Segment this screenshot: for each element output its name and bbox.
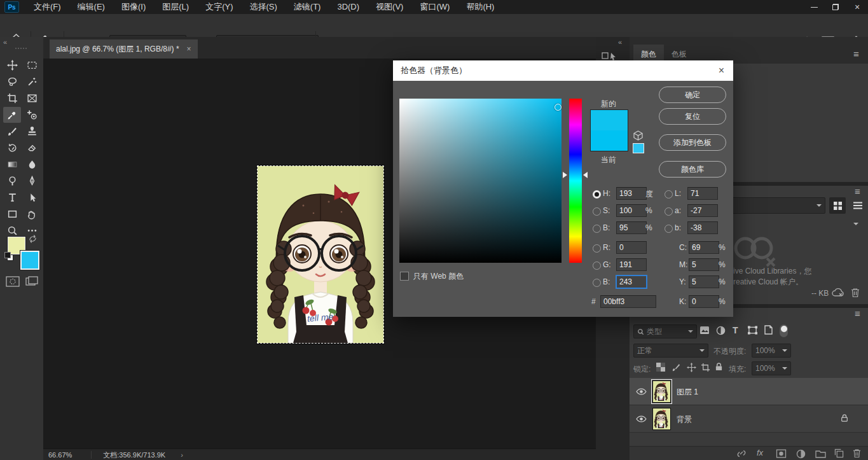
lab-a-input[interactable]: [687, 204, 718, 217]
lock-transparent-pixels-icon[interactable]: [656, 363, 665, 372]
move-tool[interactable]: [3, 57, 21, 73]
hand-tool[interactable]: [23, 206, 41, 222]
crop-tool[interactable]: [3, 90, 21, 106]
brush-tool[interactable]: [3, 123, 21, 139]
red-radio[interactable]: [593, 244, 601, 253]
background-visibility-eye-icon[interactable]: [636, 415, 647, 423]
menu-filter[interactable]: 滤镜(T): [286, 0, 329, 14]
new-layer-icon[interactable]: [834, 449, 844, 458]
lab-b-input[interactable]: [687, 221, 718, 234]
lock-image-pixels-icon[interactable]: [672, 363, 681, 372]
menu-help[interactable]: 帮助(H): [458, 0, 502, 14]
saturation-brightness-field[interactable]: [399, 99, 561, 263]
restore-button[interactable]: [825, 0, 846, 14]
document-tab[interactable]: alal.jpg @ 66.7% (图层 1, RGB/8#) * ×: [50, 39, 198, 59]
filter-pixel-layers-icon[interactable]: [699, 326, 710, 335]
default-colors-icon[interactable]: [4, 252, 13, 261]
filter-smart-objects-icon[interactable]: [764, 325, 773, 335]
saturation-input[interactable]: [616, 204, 647, 217]
add-layer-mask-icon[interactable]: [776, 449, 787, 458]
screen-mode-icon[interactable]: [25, 276, 38, 287]
background-color-swatch[interactable]: [20, 251, 39, 270]
hex-input[interactable]: [600, 295, 656, 308]
delete-layer-icon[interactable]: [853, 449, 861, 458]
gamut-color-swatch[interactable]: [633, 143, 644, 153]
layer1-visibility-eye-icon[interactable]: [636, 387, 647, 396]
gradient-tool[interactable]: [3, 157, 21, 172]
lab-l-radio[interactable]: [665, 190, 673, 199]
opacity-dropdown[interactable]: 100%: [752, 344, 791, 358]
libraries-grid-view-button[interactable]: [829, 197, 846, 214]
eyedropper-tool[interactable]: [3, 107, 21, 123]
zoom-level-field[interactable]: 66.67%: [48, 451, 72, 459]
menu-edit[interactable]: 编辑(E): [69, 0, 113, 14]
menu-file[interactable]: 文件(F): [25, 0, 69, 14]
rectangle-tool[interactable]: [3, 206, 21, 222]
saturation-radio[interactable]: [593, 207, 601, 216]
link-layers-icon[interactable]: [736, 449, 747, 458]
clone-stamp-tool[interactable]: [23, 123, 41, 139]
dialog-title-bar[interactable]: 拾色器（背景色） ×: [393, 60, 733, 81]
layer-filter-toggle[interactable]: [780, 324, 788, 337]
menu-window[interactable]: 窗口(W): [411, 0, 458, 14]
hue-slider-left-arrow[interactable]: [563, 172, 567, 178]
hue-input[interactable]: [616, 187, 647, 200]
lock-position-icon[interactable]: [687, 363, 696, 372]
layers-panel-menu-icon[interactable]: ≡: [855, 310, 860, 317]
collapse-tools-icon[interactable]: «: [3, 38, 7, 46]
lab-b-radio[interactable]: [665, 225, 673, 233]
lasso-tool[interactable]: [3, 74, 21, 90]
brightness-radio[interactable]: [593, 225, 601, 233]
magenta-input[interactable]: [689, 258, 719, 271]
new-adjustment-layer-icon[interactable]: [796, 449, 806, 459]
libraries-list-view-button[interactable]: [850, 197, 866, 214]
lab-a-radio[interactable]: [665, 207, 673, 216]
add-to-swatches-button[interactable]: 添加到色板: [659, 134, 726, 151]
type-tool[interactable]: [3, 190, 21, 206]
black-input[interactable]: [689, 295, 719, 308]
blur-tool[interactable]: [23, 157, 41, 172]
background-thumbnail[interactable]: [652, 408, 671, 430]
green-radio[interactable]: [593, 261, 601, 270]
lock-all-icon[interactable]: [715, 362, 723, 372]
menu-select[interactable]: 选择(S): [241, 0, 285, 14]
yellow-input[interactable]: [689, 275, 719, 288]
red-input[interactable]: [616, 241, 647, 254]
libraries-trash-icon[interactable]: [851, 288, 860, 298]
marquee-tool[interactable]: [23, 57, 41, 73]
ok-button[interactable]: 确定: [659, 87, 726, 103]
filter-adjustment-layers-icon[interactable]: [716, 326, 726, 335]
swap-colors-icon[interactable]: [28, 234, 38, 244]
current-color-swatch[interactable]: [591, 130, 628, 151]
new-group-icon[interactable]: [815, 449, 826, 458]
libraries-panel-menu-icon[interactable]: ≡: [855, 188, 860, 195]
object-selection-tool[interactable]: [23, 74, 41, 90]
layer-style-fx-icon[interactable]: fx: [757, 448, 763, 457]
gamut-warning-cube-icon[interactable]: [633, 130, 644, 141]
history-brush-tool[interactable]: [3, 140, 21, 156]
expand-dock-icon[interactable]: «: [618, 38, 622, 46]
lock-artboard-icon[interactable]: [701, 363, 710, 372]
dodge-tool[interactable]: [3, 173, 21, 189]
fill-dropdown[interactable]: 100%: [752, 361, 791, 375]
toolbar-grip[interactable]: [15, 48, 27, 49]
green-input[interactable]: [616, 258, 647, 271]
healing-brush-tool[interactable]: [23, 107, 41, 123]
color-panel-menu-icon[interactable]: ≡: [853, 51, 859, 57]
cyan-input[interactable]: [689, 241, 719, 254]
brightness-input[interactable]: [616, 221, 647, 234]
layer1-thumbnail[interactable]: [652, 380, 671, 403]
photoshop-logo[interactable]: Ps: [4, 1, 19, 13]
dialog-close-icon[interactable]: ×: [719, 65, 724, 76]
lab-l-input[interactable]: [687, 187, 718, 200]
eraser-tool[interactable]: [23, 140, 41, 156]
menu-image[interactable]: 图像(I): [113, 0, 154, 14]
minimize-button[interactable]: [803, 0, 825, 14]
close-window-button[interactable]: ×: [846, 0, 868, 14]
blend-mode-dropdown[interactable]: 正常: [633, 344, 708, 358]
tab-close-icon[interactable]: ×: [187, 45, 191, 53]
web-colors-only-checkbox[interactable]: [400, 272, 409, 281]
path-selection-tool[interactable]: [23, 190, 41, 206]
layer-row-1[interactable]: 图层 1: [630, 378, 868, 405]
menu-layer[interactable]: 图层(L): [154, 0, 197, 14]
